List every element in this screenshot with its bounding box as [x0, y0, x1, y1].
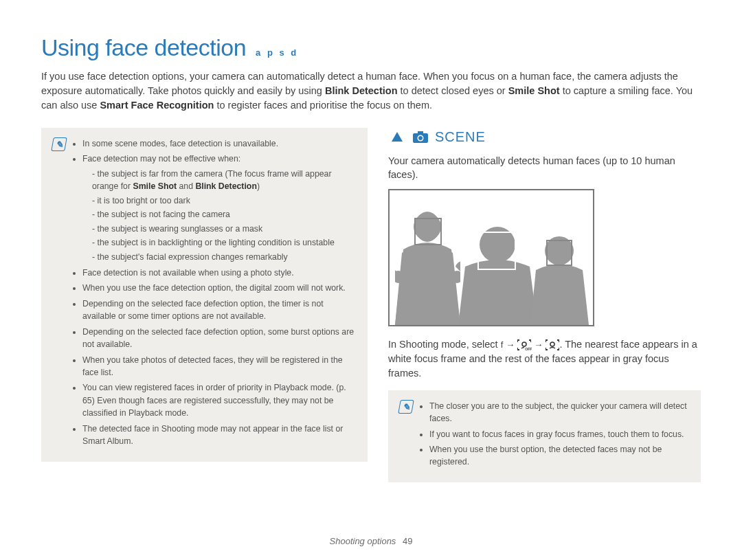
blink-detection-term: Blink Detection: [195, 181, 257, 191]
list-item: You can view registered faces in order o…: [82, 381, 357, 419]
focus-frame-white: [477, 232, 516, 270]
svg-point-10: [522, 342, 526, 346]
blink-detection-term: Blink Detection: [325, 85, 398, 96]
sub-list-item: the subject is not facing the camera: [92, 208, 357, 221]
triangle-icon: [388, 128, 406, 146]
camera-icon: [412, 128, 429, 146]
intro-text: to register faces and prioritise the foc…: [214, 100, 432, 111]
list-item: Face detection may not be effective when…: [82, 153, 357, 263]
page-footer: Shooting options 49: [0, 536, 742, 546]
smile-shot-term: Smile Shot: [508, 85, 560, 96]
arrow-icon: →: [534, 339, 543, 350]
list-item: Depending on the selected face defection…: [82, 326, 357, 351]
note-content-left: In some scene modes, face detection is u…: [73, 137, 357, 451]
sub-list-item: it is too bright or too dark: [92, 194, 357, 207]
sub-list-item: the subject's facial expression changes …: [92, 251, 357, 263]
sub-text: and: [177, 181, 195, 191]
list-item: If you want to focus faces in gray focus…: [429, 428, 690, 440]
shooting-step: In Shooting mode, select f → → . The nea…: [388, 337, 701, 381]
page-number: 49: [403, 536, 412, 546]
svg-point-4: [418, 136, 423, 140]
note-box-right: ✎ The closer you are to the subject, the…: [388, 390, 701, 482]
focus-frame-gray: [414, 218, 442, 245]
list-item: When you use the burst option, the detec…: [429, 443, 690, 469]
intro-text: to detect closed eyes or: [398, 85, 508, 96]
face-off-icon: [517, 339, 531, 350]
mode-icons-row: SCENE: [388, 128, 701, 146]
face-on-icon: [546, 339, 559, 350]
list-item: When you use the face detection option, …: [82, 282, 357, 294]
list-item: Face detection is not available when usi…: [82, 267, 357, 279]
list-item: The detected face in Shooting mode may n…: [82, 423, 357, 448]
note-box-left: ✎ In some scene modes, face detection is…: [41, 128, 368, 462]
arrow-icon: →: [506, 339, 515, 350]
intro-paragraph: If you use face detection options, your …: [41, 69, 701, 113]
note-content-right: The closer you are to the subject, the q…: [420, 400, 690, 471]
note-icon: ✎: [51, 137, 67, 151]
svg-point-11: [550, 342, 554, 346]
footer-section: Shooting options: [330, 536, 396, 546]
step-text: In Shooting mode, select: [388, 339, 501, 350]
list-item: The closer you are to the subject, the q…: [429, 400, 690, 425]
sub-list-item: the subject is wearing sunglasses or a m…: [92, 223, 357, 235]
right-intro: Your camera automatically detects human …: [388, 154, 701, 182]
list-item: Depending on the selected face defection…: [82, 298, 357, 323]
page-title: Using face detection: [41, 34, 246, 61]
mode-letters: a p s d: [256, 47, 298, 58]
smart-face-recognition-term: Smart Face Recognition: [100, 100, 214, 111]
svg-marker-0: [392, 132, 403, 142]
svg-rect-2: [418, 131, 423, 134]
face-detection-illustration: [388, 189, 594, 326]
sub-text: ): [257, 181, 260, 191]
sub-list-item: the subject is far from the camera (The …: [92, 168, 357, 193]
focus-frame-gray: [546, 240, 572, 266]
smile-shot-term: Smile Shot: [133, 181, 177, 191]
list-item: When you take photos of detected faces, …: [82, 354, 357, 379]
list-item-text: Face detection may not be effective when…: [82, 154, 240, 164]
note-icon: ✎: [398, 400, 414, 414]
list-item: In some scene modes, face detection is u…: [82, 137, 357, 150]
sub-list-item: the subject is in backlighting or the li…: [92, 236, 357, 249]
scene-label: SCENE: [435, 129, 486, 145]
f-button-label: f: [501, 339, 504, 350]
